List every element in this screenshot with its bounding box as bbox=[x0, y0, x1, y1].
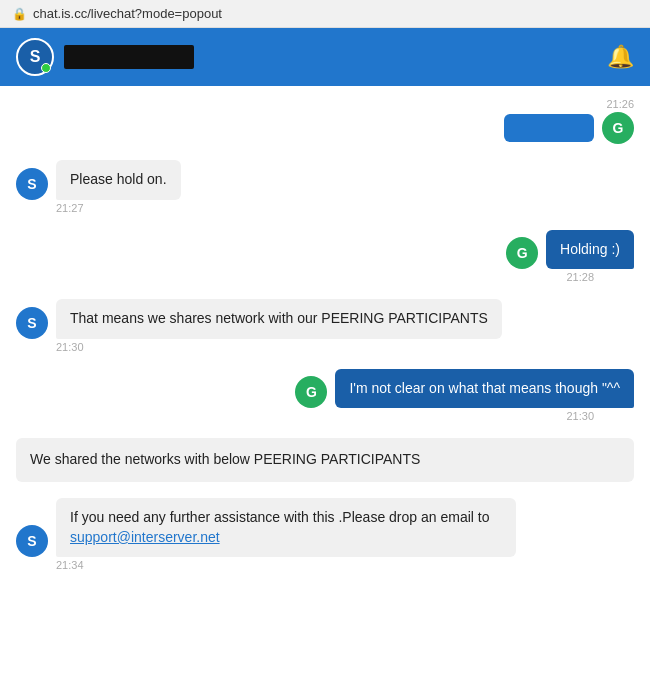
message-time-2: 21:28 bbox=[566, 271, 594, 283]
bubble-4: I'm not clear on what that means though … bbox=[335, 369, 634, 409]
bubble-6: If you need any further assistance with … bbox=[56, 498, 516, 557]
msg-row-2: Holding :) G 21:28 bbox=[16, 230, 634, 284]
username-redacted bbox=[64, 45, 194, 69]
message-time-4: 21:30 bbox=[566, 410, 594, 422]
lock-icon: 🔒 bbox=[12, 7, 27, 21]
bell-icon[interactable]: 🔔 bbox=[607, 44, 634, 70]
email-link[interactable]: support@interserver.net bbox=[70, 529, 220, 545]
time-wrapper-1: 21:27 bbox=[16, 200, 84, 214]
bubble-row-4: I'm not clear on what that means though … bbox=[295, 369, 634, 409]
message-time-3: 21:30 bbox=[56, 341, 84, 353]
chat-header: S 🔔 bbox=[0, 28, 650, 86]
msg-row-6: S If you need any further assistance wit… bbox=[16, 498, 634, 571]
time-wrapper-2: 21:28 bbox=[566, 269, 634, 283]
msg-row-5: We shared the networks with below PEERIN… bbox=[16, 438, 634, 482]
msg-row-3: S That means we shares network with our … bbox=[16, 299, 634, 353]
bubble-3: That means we shares network with our PE… bbox=[56, 299, 502, 339]
partial-bubble-row: G bbox=[504, 112, 634, 144]
message-time: 21:26 bbox=[606, 98, 634, 110]
bubble-row-1: S Please hold on. bbox=[16, 160, 181, 200]
system-message-5: We shared the networks with below PEERIN… bbox=[16, 438, 634, 482]
chat-area: 21:26 G S Please hold on. 21:27 Holding … bbox=[0, 86, 650, 694]
online-indicator bbox=[41, 63, 51, 73]
avatar-s-1: S bbox=[16, 168, 48, 200]
msg-row-top-partial: 21:26 G bbox=[16, 98, 634, 144]
bubble-row-6: S If you need any further assistance wit… bbox=[16, 498, 516, 557]
time-wrapper-6: 21:34 bbox=[16, 557, 84, 571]
partial-bubble bbox=[504, 114, 594, 142]
message-time-1: 21:27 bbox=[56, 202, 84, 214]
url-text: chat.is.cc/livechat?mode=popout bbox=[33, 6, 222, 21]
address-bar: 🔒 chat.is.cc/livechat?mode=popout bbox=[0, 0, 650, 28]
avatar-g: G bbox=[602, 112, 634, 144]
time-wrapper-4: 21:30 bbox=[566, 408, 634, 422]
bubble-2: Holding :) bbox=[546, 230, 634, 270]
bubble-row-3: S That means we shares network with our … bbox=[16, 299, 502, 339]
msg-row-4: I'm not clear on what that means though … bbox=[16, 369, 634, 423]
avatar-s-3: S bbox=[16, 307, 48, 339]
bubble-1: Please hold on. bbox=[56, 160, 181, 200]
avatar-g-4: G bbox=[295, 376, 327, 408]
avatar: S bbox=[16, 38, 54, 76]
time-wrapper-3: 21:30 bbox=[16, 339, 84, 353]
avatar-s-6: S bbox=[16, 525, 48, 557]
avatar-g-2: G bbox=[506, 237, 538, 269]
msg-row-1: S Please hold on. 21:27 bbox=[16, 160, 634, 214]
header-left: S bbox=[16, 38, 194, 76]
bubble-row-2: Holding :) G bbox=[506, 230, 634, 270]
message-time-6: 21:34 bbox=[56, 559, 84, 571]
